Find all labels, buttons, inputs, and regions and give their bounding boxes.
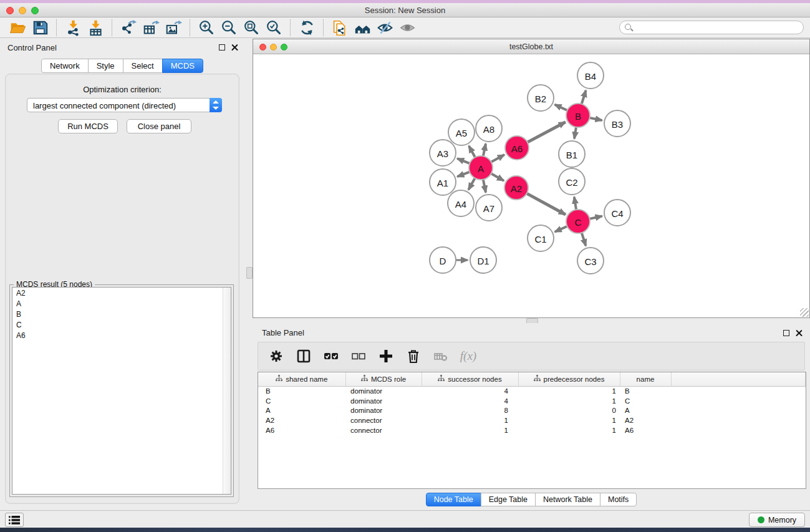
col-mcds-role[interactable]: MCDS role xyxy=(345,372,422,386)
zoom-out-button[interactable] xyxy=(218,18,240,37)
deselect-all-columns-button[interactable] xyxy=(349,347,368,365)
tab-node-table[interactable]: Node Table xyxy=(426,493,481,506)
float-panel-icon[interactable] xyxy=(219,44,225,51)
zoom-in-button[interactable] xyxy=(195,18,218,37)
import-table-button[interactable] xyxy=(84,18,107,37)
mcds-result-item[interactable]: A xyxy=(12,298,231,309)
float-table-panel-icon[interactable] xyxy=(783,330,789,336)
table-row[interactable]: Adominator80A xyxy=(258,406,806,416)
search-field[interactable] xyxy=(619,21,804,34)
tab-style[interactable]: Style xyxy=(88,59,123,73)
edge-B-B2[interactable] xyxy=(555,105,567,110)
edge-A-A2[interactable] xyxy=(491,173,504,180)
tab-network[interactable]: Network xyxy=(41,59,89,73)
export-image-button[interactable] xyxy=(162,18,185,37)
table-row[interactable]: A6connector11A6 xyxy=(258,425,806,435)
edge-A-A4[interactable] xyxy=(468,178,475,190)
edge-A-A6[interactable] xyxy=(491,155,504,162)
show-all-button[interactable] xyxy=(396,18,418,37)
node-D[interactable]: D xyxy=(430,247,456,273)
node-C4[interactable]: C4 xyxy=(604,200,630,226)
node-A2[interactable]: A2 xyxy=(504,176,528,200)
create-column-button[interactable] xyxy=(377,347,395,365)
edge-A-A8[interactable] xyxy=(483,143,486,156)
col-shared-name[interactable]: shared name xyxy=(258,372,345,386)
node-A4[interactable]: A4 xyxy=(448,190,474,216)
node-B3[interactable]: B3 xyxy=(604,110,630,137)
tab-motifs[interactable]: Motifs xyxy=(600,493,637,506)
table-settings-button[interactable] xyxy=(267,347,286,365)
edge-C-C3[interactable] xyxy=(582,233,586,246)
node-A5[interactable]: A5 xyxy=(448,119,475,145)
resize-grip-icon[interactable] xyxy=(800,308,809,317)
edge-C-C1[interactable] xyxy=(555,226,567,232)
function-builder-button[interactable]: f(x) xyxy=(459,347,478,365)
tab-select[interactable]: Select xyxy=(123,59,163,73)
split-table-button[interactable] xyxy=(294,347,313,365)
close-table-panel-icon[interactable] xyxy=(796,329,803,336)
export-table-button[interactable] xyxy=(140,18,162,37)
tab-edge-table[interactable]: Edge Table xyxy=(481,493,536,506)
delete-table-button[interactable] xyxy=(432,347,450,365)
scrollbar[interactable] xyxy=(223,288,231,494)
save-session-button[interactable] xyxy=(29,18,51,37)
close-panel-button[interactable]: Close panel xyxy=(127,119,191,133)
edge-B-B4[interactable] xyxy=(582,90,586,104)
select-all-columns-button[interactable] xyxy=(322,347,340,365)
zoom-selected-button[interactable] xyxy=(263,18,285,37)
zoom-fit-button[interactable] xyxy=(240,18,263,37)
search-input[interactable] xyxy=(636,22,798,33)
apply-layout-button[interactable] xyxy=(296,18,318,37)
table-row[interactable]: Bdominator41B xyxy=(258,386,806,396)
node-A6[interactable]: A6 xyxy=(505,136,529,160)
edge-A-A1[interactable] xyxy=(457,172,470,177)
node-C1[interactable]: C1 xyxy=(528,225,554,251)
col-predecessor-nodes[interactable]: predecessor nodes xyxy=(518,372,620,386)
node-B4[interactable]: B4 xyxy=(577,62,604,89)
first-neighbors-button[interactable] xyxy=(351,18,374,37)
delete-column-button[interactable] xyxy=(404,347,423,365)
node-B[interactable]: B xyxy=(566,104,590,127)
vertical-splitter-grip[interactable] xyxy=(246,267,253,279)
edge-B-B1[interactable] xyxy=(574,127,576,139)
import-network-button[interactable] xyxy=(62,18,84,37)
edge-A-A5[interactable] xyxy=(469,146,475,157)
edge-C-C4[interactable] xyxy=(590,216,602,218)
edge-A2-C[interactable] xyxy=(527,193,566,215)
clone-network-button[interactable] xyxy=(329,18,351,37)
edge-A6-B[interactable] xyxy=(528,122,566,142)
mcds-result-item[interactable]: C xyxy=(12,319,231,330)
edge-A-A3[interactable] xyxy=(457,158,470,163)
hide-selected-button[interactable] xyxy=(374,18,396,37)
edge-A-A7[interactable] xyxy=(483,180,486,193)
table-row[interactable]: A2connector11A2 xyxy=(258,415,806,425)
node-C3[interactable]: C3 xyxy=(577,248,604,274)
memory-button[interactable]: Memory xyxy=(749,513,805,527)
node-B1[interactable]: B1 xyxy=(559,141,585,167)
node-B2[interactable]: B2 xyxy=(528,85,554,111)
network-canvas[interactable]: B4B2BB3A8A5A6A3B1AC2A1A2A4A7C4CC1C3DD1 xyxy=(253,54,809,317)
node-A3[interactable]: A3 xyxy=(430,140,456,166)
export-network-button[interactable] xyxy=(117,18,140,37)
col-successor-nodes[interactable]: successor nodes xyxy=(422,372,518,386)
edge-C-C2[interactable] xyxy=(574,197,576,210)
edge-B-B3[interactable] xyxy=(590,118,602,120)
close-panel-icon[interactable] xyxy=(231,44,238,51)
node-D1[interactable]: D1 xyxy=(470,247,496,273)
col-name[interactable]: name xyxy=(620,372,671,386)
table-row[interactable]: Cdominator41C xyxy=(258,396,806,406)
show-log-button[interactable] xyxy=(5,513,24,527)
open-session-button[interactable] xyxy=(6,18,29,37)
mcds-result-item[interactable]: A2 xyxy=(12,288,231,298)
node-A8[interactable]: A8 xyxy=(476,115,502,142)
node-C2[interactable]: C2 xyxy=(559,168,585,195)
node-A7[interactable]: A7 xyxy=(476,195,502,221)
run-mcds-button[interactable]: Run MCDS xyxy=(58,119,118,133)
tab-network-table[interactable]: Network Table xyxy=(535,493,600,506)
mcds-result-item[interactable]: A6 xyxy=(12,330,231,341)
node-A[interactable]: A xyxy=(469,156,493,180)
criterion-dropdown[interactable]: largest connected component (directed) xyxy=(27,98,222,112)
mcds-result-item[interactable]: B xyxy=(12,309,231,319)
tab-mcds[interactable]: MCDS xyxy=(162,59,203,73)
node-A1[interactable]: A1 xyxy=(430,169,456,195)
